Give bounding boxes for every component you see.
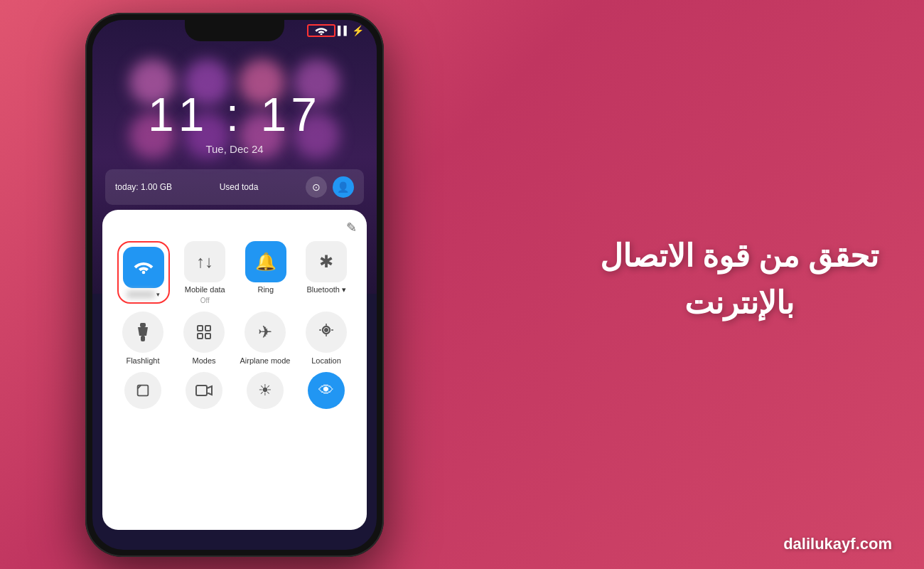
eye-btn[interactable]: 👁 [308,372,345,409]
quick-settings-panel: ✎ [102,210,367,530]
svg-rect-14 [196,385,207,395]
website-label: dalilukayf.com [783,535,892,553]
signal-icon: ▌▌ [338,26,350,36]
edit-button[interactable]: ✎ [346,220,357,235]
ring-btn[interactable]: 🔔 [245,241,286,282]
svg-point-1 [141,271,145,275]
data-icon-shield[interactable]: ⊙ [306,176,327,198]
data-used-label: Used toda [220,182,259,192]
airplane-toggle-item[interactable]: ✈ Airplane mode [240,312,291,365]
rotate-btn[interactable] [124,372,161,409]
bluetooth-toggle-item[interactable]: ✱ Bluetooth ▾ [301,241,352,294]
phone-frame: ▌▌ ⚡ 11 : [85,13,384,557]
modes-btn[interactable] [183,312,225,353]
data-usage-label: today: 1.00 GB [115,182,172,192]
clock-date: Tue, Dec 24 [92,143,377,155]
notch [185,20,284,41]
wifi-label: ▾ [127,291,160,298]
airplane-btn[interactable]: ✈ [245,312,286,353]
location-btn[interactable] [306,312,347,353]
wifi-icon [134,260,154,275]
battery-icon: ⚡ [352,25,364,36]
bluetooth-label: Bluetooth ▾ [306,285,346,294]
video-toggle-item[interactable] [178,372,230,409]
svg-rect-4 [141,336,145,341]
arabic-heading: تحقق من قوة الاتصال بالإنترنت [590,233,888,326]
svg-rect-6 [205,326,210,331]
mobile-data-toggle-item[interactable]: ↑↓ Mobile data Off [179,241,230,304]
wifi-toggle-btn[interactable] [123,247,164,288]
brightness-btn[interactable]: ☀ [247,372,284,409]
wifi-toggle-item[interactable]: ▾ [117,241,170,304]
svg-marker-15 [207,386,212,395]
svg-rect-8 [205,334,210,339]
ring-toggle-item[interactable]: 🔔 Ring [240,241,291,294]
toggle-row-2: Flashlight Modes [112,312,357,365]
modes-label: Modes [192,356,215,365]
svg-rect-7 [198,334,203,339]
phone-screen: ▌▌ ⚡ 11 : [92,20,377,550]
wifi-status-icon [307,24,335,37]
eye-toggle-item[interactable]: 👁 [301,372,352,409]
flashlight-toggle-item[interactable]: Flashlight [117,312,168,365]
location-label: Location [311,356,341,365]
phone-wrapper: ▌▌ ⚡ 11 : [85,13,384,557]
flashlight-btn[interactable] [122,312,163,353]
toggle-row-1: ▾ ↑↓ Mobile data Off 🔔 Ring [112,241,357,304]
modes-toggle-item[interactable]: Modes [178,312,230,365]
svg-marker-3 [138,327,148,336]
rotate-toggle-item[interactable] [117,372,168,409]
flashlight-label: Flashlight [126,356,159,365]
mobile-data-label: Mobile data [185,285,225,294]
panel-header: ✎ [112,220,357,235]
svg-rect-2 [140,323,146,327]
data-icon-user[interactable]: 👤 [333,176,354,198]
video-btn[interactable] [186,372,222,409]
brightness-toggle-item[interactable]: ☀ [240,372,291,409]
clock-time: 11 : 17 [92,87,377,142]
svg-rect-5 [198,326,203,331]
svg-point-0 [320,33,322,35]
svg-point-11 [325,329,328,331]
location-toggle-item[interactable]: Location [301,312,352,365]
bluetooth-btn[interactable]: ✱ [306,241,347,282]
airplane-label: Airplane mode [240,356,291,365]
ring-label: Ring [257,285,274,294]
mobile-data-sublabel: Off [200,297,210,304]
toggle-row-3: ☀ 👁 [112,372,357,409]
mobile-data-btn[interactable]: ↑↓ [184,241,225,282]
status-bar: ▌▌ ⚡ [307,24,364,37]
data-usage-bar: today: 1.00 GB Used toda ⊙ 👤 [105,169,364,205]
